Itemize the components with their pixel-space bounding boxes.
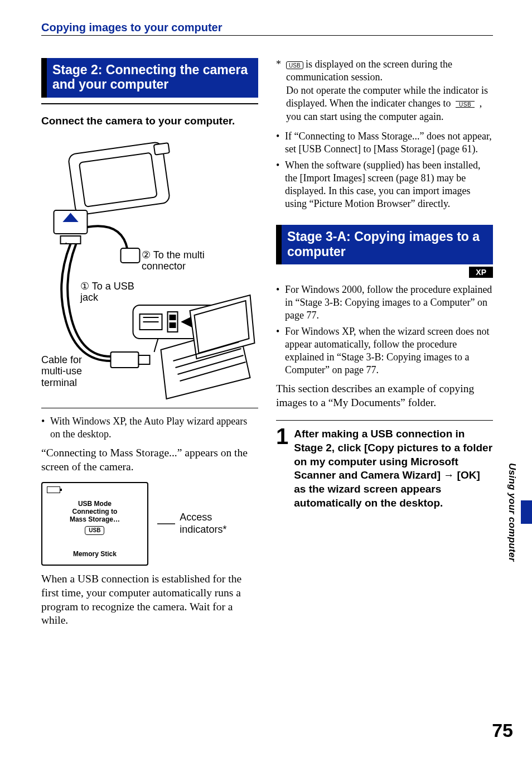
access-indicators-label: Access indicators*	[180, 512, 258, 536]
side-tab-block	[521, 500, 532, 524]
xp-badge: XP	[469, 267, 493, 278]
right-column: USB is displayed on the screen during th…	[276, 58, 493, 628]
lcd-line3: Mass Storage…	[42, 515, 147, 523]
svg-rect-8	[139, 355, 150, 364]
asterisk-note: USB is displayed on the screen during th…	[276, 58, 493, 123]
step-rule	[276, 420, 493, 421]
lcd-center-text: USB Mode Connecting to Mass Storage… USB	[42, 500, 147, 535]
connection-figure: ② To the multi connector ① To a USB jack…	[41, 138, 258, 400]
stage2-heading-text: Stage 2: Connecting the camera and your …	[52, 62, 248, 91]
lcd-memory-stick: Memory Stick	[42, 550, 147, 558]
side-tab: Using your computer	[506, 463, 532, 562]
head-rule	[41, 35, 493, 36]
right-bullets-2: For Windows 2000, follow the procedure e…	[276, 283, 493, 377]
svg-rect-4	[61, 236, 81, 244]
left-column: Stage 2: Connecting the camera and your …	[41, 58, 258, 628]
leader-line-icon	[157, 518, 176, 529]
page-number: 75	[492, 720, 513, 741]
step-1-number: 1	[276, 425, 288, 447]
fig-callout-cable: Cable for multi-use terminal	[41, 354, 108, 389]
right-bullet-2b: For Windows XP, when the wizard screen d…	[276, 325, 493, 377]
right-bullet-1a: If “Connecting to Mass Storage...” does …	[276, 130, 493, 156]
lcd-line2: Connecting to	[42, 508, 147, 515]
fig-callout-usb: ① To a USB jack	[80, 281, 153, 303]
right-bullet-2a: For Windows 2000, follow the procedure e…	[276, 283, 493, 322]
step-1-text: After making a USB connection in Stage 2…	[294, 427, 493, 510]
svg-rect-15	[170, 323, 176, 327]
star-note-part1: is displayed on the screen during the co…	[286, 59, 452, 83]
right-bullet-1b: When the software (supplied) has been in…	[276, 159, 493, 210]
svg-rect-7	[111, 352, 139, 368]
stage2-underline	[41, 103, 258, 104]
stage3a-heading-text: Stage 3-A: Copying images to a computer	[287, 229, 480, 258]
left-bullet-1: With Windows XP, the Auto Play wizard ap…	[41, 415, 258, 441]
svg-rect-14	[170, 315, 176, 320]
para-connecting: “Connecting to Mass Storage...” appears …	[41, 446, 258, 474]
svg-rect-6	[121, 248, 140, 263]
usb-mode-icon: USB	[286, 61, 303, 69]
step-1: 1 After making a USB connection in Stage…	[276, 427, 493, 510]
fig-callout-multi: ② To the multi connector	[142, 249, 242, 272]
running-head: Copying images to your computer	[41, 21, 521, 34]
lcd-screen-row: USB Mode Connecting to Mass Storage… USB…	[41, 482, 258, 566]
para-established: When a USB connection is established for…	[41, 572, 258, 628]
usb-bar-icon: USB	[456, 101, 475, 108]
lcd-line1: USB Mode	[42, 500, 147, 508]
para-intro: This section describes an example of cop…	[276, 382, 493, 410]
xp-row: XP	[276, 264, 493, 278]
lcd-mini-screen: USB Mode Connecting to Mass Storage… USB…	[41, 482, 148, 566]
connection-figure-box: ② To the multi connector ① To a USB jack…	[41, 138, 258, 408]
left-bullets: With Windows XP, the Auto Play wizard ap…	[41, 415, 258, 441]
right-bullets-1: If “Connecting to Mass Storage...” does …	[276, 130, 493, 210]
connect-heading: Connect the camera to your computer.	[41, 114, 258, 128]
two-column-layout: Stage 2: Connecting the camera and your …	[41, 58, 493, 628]
stage3a-heading-bar: Stage 3-A: Copying images to a computer	[276, 225, 493, 264]
lcd-usb-badge: USB	[85, 526, 104, 535]
battery-icon	[47, 486, 60, 493]
stage2-heading-bar: Stage 2: Connecting the camera and your …	[41, 58, 258, 98]
side-tab-text: Using your computer	[506, 463, 518, 562]
svg-rect-1	[79, 152, 157, 206]
svg-rect-2	[154, 143, 170, 155]
